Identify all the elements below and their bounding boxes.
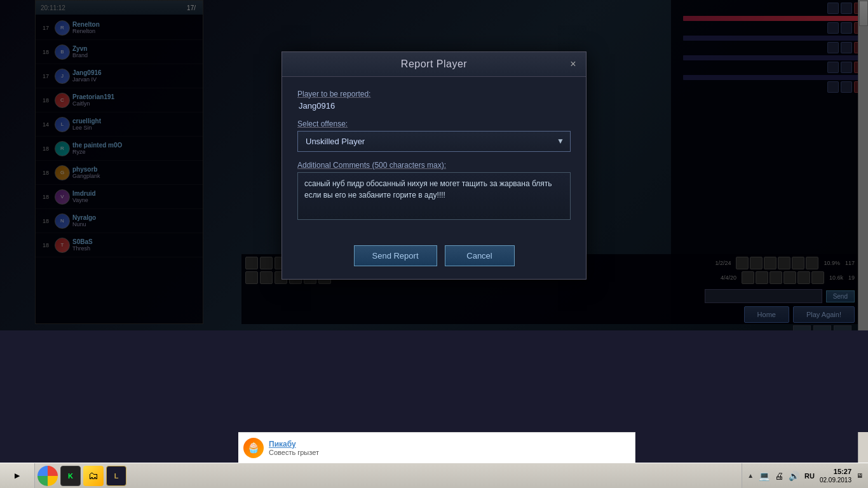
- clock-date: 02.09.2013: [820, 476, 851, 484]
- pikaboo-icon: 🧁: [243, 438, 264, 458]
- dialog-body: Player to be reported: Jang0916 Select o…: [282, 77, 586, 235]
- clock-time: 15:27: [820, 467, 851, 476]
- taskbar-clock: 15:27 02.09.2013: [820, 467, 851, 484]
- modal-overlay: Report Player × Player to be reported: J…: [0, 0, 868, 330]
- taskbar-chrome-icon[interactable]: [37, 466, 58, 486]
- player-label: Player to be reported:: [297, 90, 571, 98]
- dialog-title: Report Player: [401, 58, 467, 70]
- taskbar-lol-icon[interactable]: L: [106, 466, 126, 486]
- taskbar-icons: K 🗂 L: [35, 463, 129, 488]
- offense-select-container: Unskilled Player Offensive Language AFK …: [297, 131, 571, 152]
- start-button[interactable]: ▶: [0, 463, 35, 488]
- notification-subtitle: Совесть грызет: [269, 449, 630, 456]
- comments-textarea[interactable]: [297, 172, 571, 220]
- dialog-footer: Send Report Cancel: [282, 235, 586, 279]
- taskbar-language: RU: [804, 472, 815, 480]
- notification-title[interactable]: Пикабу: [269, 440, 630, 449]
- notification-scrollbar[interactable]: [858, 432, 868, 463]
- taskbar: ▶ K 🗂 L ▲ 💻 🖨 🔊 RU 15:27 02.09.2013 🖥: [0, 463, 868, 488]
- taskbar-explorer-icon[interactable]: 🗂: [83, 466, 104, 486]
- comments-label: Additional Comments (500 characters max)…: [297, 161, 571, 170]
- cancel-button[interactable]: Cancel: [445, 245, 515, 266]
- offense-select[interactable]: Unskilled Player Offensive Language AFK …: [297, 131, 571, 152]
- notification-content: Пикабу Совесть грызет: [269, 440, 630, 456]
- dialog-titlebar: Report Player ×: [282, 52, 586, 77]
- notification-bar: 🧁 Пикабу Совесть грызет: [238, 432, 635, 463]
- dialog-close-button[interactable]: ×: [567, 58, 580, 71]
- send-report-button[interactable]: Send Report: [354, 245, 437, 266]
- offense-label: Select offense:: [297, 119, 571, 128]
- player-name-value: Jang0916: [297, 101, 571, 111]
- report-player-dialog: Report Player × Player to be reported: J…: [281, 51, 587, 280]
- taskbar-kmplayer-icon[interactable]: K: [60, 466, 81, 486]
- taskbar-right: ▲ 💻 🖨 🔊 RU 15:27 02.09.2013 🖥: [742, 463, 868, 488]
